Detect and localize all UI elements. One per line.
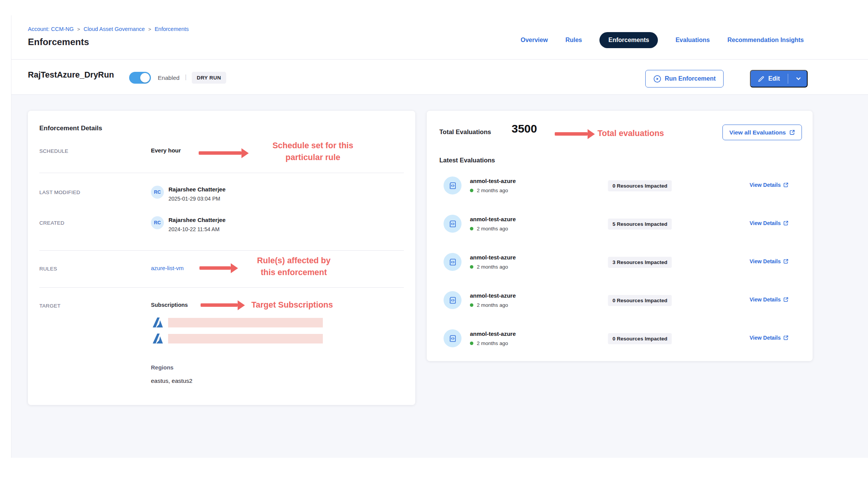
breadcrumb-enforcements[interactable]: Enforcements xyxy=(155,26,189,32)
total-evaluations-label: Total Evaluations xyxy=(439,128,491,136)
breadcrumb-account[interactable]: Account: CCM-NG xyxy=(28,26,74,32)
subscription-row xyxy=(151,316,323,329)
breadcrumb-separator: > xyxy=(77,26,80,32)
latest-evaluations-list: anmol-test-azure 2 months ago 0 Resource… xyxy=(427,167,813,358)
avatar: RC xyxy=(151,216,164,229)
subscription-row xyxy=(151,332,323,345)
row-divider xyxy=(39,287,404,288)
subscriptions-label: Subscriptions xyxy=(151,302,188,308)
last-modified-label: LAST MODIFIED xyxy=(39,190,80,195)
schedule-annotation: Schedule set for this particular rule xyxy=(256,140,370,164)
evaluation-name: anmol-test-azure xyxy=(470,330,516,337)
evaluation-name: anmol-test-azure xyxy=(470,292,516,299)
run-enforcement-button[interactable]: Run Enforcement xyxy=(645,70,724,87)
schedule-annotation-arrow xyxy=(199,151,241,155)
rules-annotation-arrow xyxy=(199,266,231,270)
total-annotation-arrow xyxy=(555,132,588,136)
evaluation-time: 2 months ago xyxy=(470,226,508,232)
evaluation-row: anmol-test-azure 2 months ago 5 Resource… xyxy=(427,205,813,243)
evaluation-name: anmol-test-azure xyxy=(470,216,516,222)
evaluation-name: anmol-test-azure xyxy=(470,178,516,184)
status-dot xyxy=(470,227,473,230)
evaluation-time: 2 months ago xyxy=(470,302,508,308)
breadcrumb-governance[interactable]: Cloud Asset Governance xyxy=(84,26,145,32)
evaluation-time: 2 months ago xyxy=(470,188,508,193)
evaluations-card: Total Evaluations 3500 Total evaluations… xyxy=(427,111,813,361)
target-annotation-arrow xyxy=(201,303,238,307)
enabled-toggle[interactable] xyxy=(129,72,151,84)
policy-code-icon xyxy=(444,253,462,271)
namebar-divider xyxy=(11,94,868,95)
row-divider xyxy=(39,250,404,251)
policy-code-icon xyxy=(444,215,462,233)
evaluation-name: anmol-test-azure xyxy=(470,254,516,261)
button-split-divider xyxy=(788,74,788,84)
redacted-subscription-name xyxy=(168,334,323,343)
evaluation-row: anmol-test-azure 2 months ago 0 Resource… xyxy=(427,319,813,358)
external-link-icon xyxy=(783,220,789,226)
tab-evaluations[interactable]: Evaluations xyxy=(675,37,710,44)
policy-code-icon xyxy=(444,177,462,194)
evaluation-row: anmol-test-azure 2 months ago 3 Resource… xyxy=(427,243,813,281)
resources-impacted-badge: 0 Resources Impacted xyxy=(608,333,672,344)
view-details-link[interactable]: View Details xyxy=(750,220,789,226)
regions-value: eastus, eastus2 xyxy=(151,377,193,384)
run-enforcement-label: Run Enforcement xyxy=(665,75,716,82)
azure-logo-icon xyxy=(151,332,164,345)
external-link-icon xyxy=(783,259,789,264)
tab-rules[interactable]: Rules xyxy=(565,37,582,44)
view-details-link[interactable]: View Details xyxy=(750,335,789,341)
enforcement-name: RajTestAzure_DryRun xyxy=(28,70,114,80)
created-user: Rajarshee Chatterjee xyxy=(168,217,225,223)
schedule-label: SCHEDULE xyxy=(39,148,68,154)
status-dot xyxy=(470,303,473,307)
enforcement-details-card: Enforcement Details SCHEDULE Every hour … xyxy=(28,111,415,405)
target-label: TARGET xyxy=(39,303,61,309)
status-dot xyxy=(470,189,473,192)
top-nav-tabs: Overview Rules Enforcements Evaluations … xyxy=(521,31,804,49)
last-modified-user: Rajarshee Chatterjee xyxy=(168,186,225,193)
row-divider xyxy=(39,173,404,173)
view-all-evaluations-button[interactable]: View all Evaluations xyxy=(722,125,802,140)
vertical-separator: | xyxy=(185,73,186,81)
external-link-icon xyxy=(783,182,789,188)
view-all-evaluations-label: View all Evaluations xyxy=(729,129,786,136)
tab-recommendation-insights[interactable]: Recommendation Insights xyxy=(727,37,804,44)
dry-run-badge: DRY RUN xyxy=(192,72,226,84)
tab-overview[interactable]: Overview xyxy=(521,37,548,44)
created-date: 2024-10-22 11:54 AM xyxy=(168,226,220,232)
total-evaluations-value: 3500 xyxy=(512,122,537,135)
resources-impacted-badge: 0 Resources Impacted xyxy=(608,295,672,306)
view-details-link[interactable]: View Details xyxy=(750,182,789,188)
chevron-down-icon[interactable] xyxy=(795,76,802,82)
tab-enforcements[interactable]: Enforcements xyxy=(599,32,658,48)
status-dot xyxy=(470,342,473,345)
azure-logo-icon xyxy=(151,316,164,329)
play-circle-icon xyxy=(653,75,661,83)
evaluation-time: 2 months ago xyxy=(470,340,508,346)
policy-code-icon xyxy=(444,329,462,347)
rules-label: RULES xyxy=(39,266,57,272)
view-details-link[interactable]: View Details xyxy=(750,296,789,303)
resources-impacted-badge: 0 Resources Impacted xyxy=(608,180,672,191)
evaluation-row: anmol-test-azure 2 months ago 0 Resource… xyxy=(427,167,813,205)
toggle-state-label: Enabled xyxy=(158,75,180,81)
external-link-icon xyxy=(783,335,789,340)
latest-evaluations-label: Latest Evaluations xyxy=(439,157,495,164)
total-annotation: Total evaluations xyxy=(598,128,664,139)
last-modified-date: 2025-01-29 03:04 PM xyxy=(168,196,220,202)
regions-label: Regions xyxy=(151,364,173,371)
redacted-subscription-name xyxy=(168,318,323,327)
policy-code-icon xyxy=(444,291,462,309)
status-dot xyxy=(470,265,473,269)
target-annotation: Target Subscriptions xyxy=(251,299,333,311)
view-details-link[interactable]: View Details xyxy=(750,258,789,264)
toggle-knob xyxy=(140,73,150,83)
evaluation-row: anmol-test-azure 2 months ago 0 Resource… xyxy=(427,281,813,319)
schedule-value: Every hour xyxy=(151,147,181,154)
pencil-icon xyxy=(758,75,765,83)
avatar: RC xyxy=(151,186,164,199)
rule-link[interactable]: azure-list-vm xyxy=(151,265,184,271)
breadcrumb-separator: > xyxy=(148,26,151,32)
edit-button[interactable]: Edit xyxy=(750,70,808,87)
